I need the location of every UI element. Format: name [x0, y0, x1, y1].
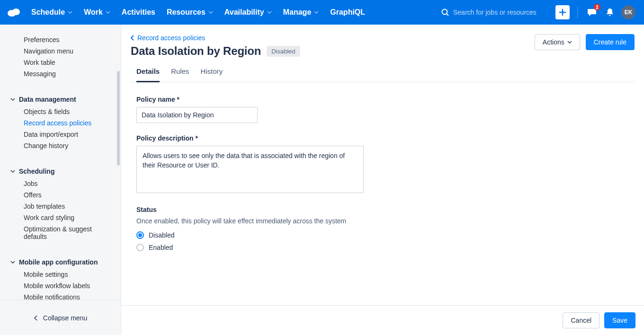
sidebar-section-mobile-config[interactable]: Mobile app configuration	[0, 253, 118, 269]
svg-point-1	[12, 9, 20, 15]
save-button[interactable]: Save	[604, 312, 635, 328]
radio-label: Enabled	[149, 244, 173, 251]
scrollbar-thumb[interactable]	[117, 71, 120, 166]
policy-description-field: Policy description *	[136, 134, 629, 194]
chevron-down-icon	[10, 260, 15, 264]
radio-label: Disabled	[149, 231, 174, 239]
sidebar-item-record-access-policies[interactable]: Record access policies	[0, 117, 118, 129]
sidebar-section-data-management[interactable]: Data management	[0, 90, 118, 106]
sidebar-item-preferences[interactable]: Preferences	[0, 34, 118, 45]
nav-label: Activities	[122, 8, 155, 17]
policy-description-label: Policy description *	[136, 134, 629, 142]
chevron-left-icon	[131, 35, 134, 41]
chevron-down-icon	[106, 11, 110, 14]
chevron-down-icon	[567, 41, 572, 44]
policy-description-input[interactable]	[136, 146, 364, 193]
top-right: 2 EK	[438, 5, 635, 19]
cancel-label: Cancel	[571, 317, 591, 324]
chevron-down-icon	[10, 97, 15, 102]
sidebar-item-offers[interactable]: Offers	[0, 189, 118, 201]
cancel-button[interactable]: Cancel	[563, 312, 599, 328]
policy-name-field: Policy name *	[136, 96, 629, 123]
create-button[interactable]	[555, 5, 570, 19]
nav-label: Schedule	[31, 8, 65, 17]
nav-graphiql[interactable]: GraphiQL	[325, 5, 370, 19]
status-help-text: Once enabled, this policy will take effe…	[136, 217, 629, 225]
collapse-menu-button[interactable]: Collapse menu	[0, 300, 121, 335]
top-nav: Schedule Work Activities Resources Avail…	[27, 5, 370, 19]
sidebar-item-data-import-export[interactable]: Data import/export	[0, 129, 118, 140]
chevron-down-icon	[314, 11, 319, 14]
sidebar-item-optimization-defaults[interactable]: Optimization & suggest defaults	[0, 223, 118, 242]
notifications-button[interactable]	[603, 6, 617, 19]
create-rule-button[interactable]: Create rule	[586, 34, 635, 50]
tab-details[interactable]: Details	[136, 67, 160, 82]
sidebar-item-objects-fields[interactable]: Objects & fields	[0, 106, 118, 117]
tab-rules[interactable]: Rules	[171, 67, 189, 82]
main-panel: Record access policies Data Isolation by…	[121, 25, 644, 335]
chevron-down-icon	[208, 11, 213, 14]
sidebar-item-mobile-workflow-labels[interactable]: Mobile workflow labels	[0, 280, 118, 291]
sidebar-item-mobile-settings[interactable]: Mobile settings	[0, 269, 118, 280]
bell-icon	[605, 8, 615, 17]
svg-line-3	[447, 14, 449, 16]
sidebar-scroll[interactable]: Preferences Navigation menu Work table M…	[0, 25, 121, 300]
status-radio-disabled[interactable]: Disabled	[136, 231, 629, 239]
policy-name-label: Policy name *	[136, 96, 629, 103]
search-input[interactable]	[453, 9, 548, 16]
nav-availability[interactable]: Availability	[220, 5, 277, 19]
nav-manage[interactable]: Manage	[278, 5, 324, 19]
avatar[interactable]: EK	[621, 5, 635, 19]
status-field: Status Once enabled, this policy will ta…	[136, 206, 629, 251]
search-icon	[441, 8, 449, 17]
footer-bar: Cancel Save	[121, 305, 644, 335]
collapse-label: Collapse menu	[43, 314, 87, 322]
section-title: Data management	[19, 96, 76, 103]
actions-label: Actions	[543, 38, 564, 46]
page-title: Data Isolation by Region	[131, 44, 261, 58]
section-title: Scheduling	[19, 168, 54, 175]
divider	[577, 6, 578, 18]
save-label: Save	[612, 317, 627, 324]
radio-icon	[136, 244, 144, 251]
sidebar-item-navigation-menu[interactable]: Navigation menu	[0, 45, 118, 57]
chevron-down-icon	[267, 11, 272, 14]
sidebar-section-scheduling[interactable]: Scheduling	[0, 162, 118, 178]
page-header: Record access policies Data Isolation by…	[121, 25, 644, 82]
sidebar-item-messaging[interactable]: Messaging	[0, 68, 118, 79]
tab-history[interactable]: History	[201, 67, 223, 82]
chevron-down-icon	[68, 11, 72, 14]
status-badge: Disabled	[267, 46, 300, 57]
sidebar-item-jobs[interactable]: Jobs	[0, 178, 118, 189]
nav-label: Work	[84, 8, 103, 17]
nav-activities[interactable]: Activities	[117, 5, 160, 19]
create-rule-label: Create rule	[594, 38, 626, 46]
sidebar-item-work-table[interactable]: Work table	[0, 57, 118, 68]
chat-button[interactable]: 2	[585, 6, 599, 19]
sidebar-item-work-card-styling[interactable]: Work card styling	[0, 212, 118, 223]
cloud-logo-icon	[7, 7, 21, 18]
nav-label: Availability	[224, 8, 264, 17]
status-radio-enabled[interactable]: Enabled	[136, 244, 629, 251]
breadcrumb-label: Record access policies	[137, 34, 205, 42]
section-title: Mobile app configuration	[19, 258, 98, 266]
nav-label: GraphiQL	[330, 8, 365, 17]
logo[interactable]	[7, 7, 21, 18]
chevron-down-icon	[10, 169, 15, 174]
svg-point-2	[442, 9, 447, 15]
chevron-left-icon	[34, 315, 38, 321]
policy-name-input[interactable]	[136, 107, 258, 123]
nav-label: Manage	[283, 8, 312, 17]
sidebar-item-change-history[interactable]: Change history	[0, 140, 118, 151]
nav-schedule[interactable]: Schedule	[27, 5, 77, 19]
plus-icon	[559, 9, 566, 16]
nav-resources[interactable]: Resources	[162, 5, 218, 19]
sidebar-item-job-templates[interactable]: Job templates	[0, 201, 118, 212]
actions-button[interactable]: Actions	[535, 34, 580, 50]
top-bar: Schedule Work Activities Resources Avail…	[0, 0, 644, 25]
global-search[interactable]	[438, 6, 551, 18]
breadcrumb[interactable]: Record access policies	[131, 34, 300, 42]
sidebar-item-mobile-notifications[interactable]: Mobile notifications	[0, 291, 118, 300]
nav-work[interactable]: Work	[79, 5, 115, 19]
tabs: Details Rules History	[131, 67, 635, 82]
